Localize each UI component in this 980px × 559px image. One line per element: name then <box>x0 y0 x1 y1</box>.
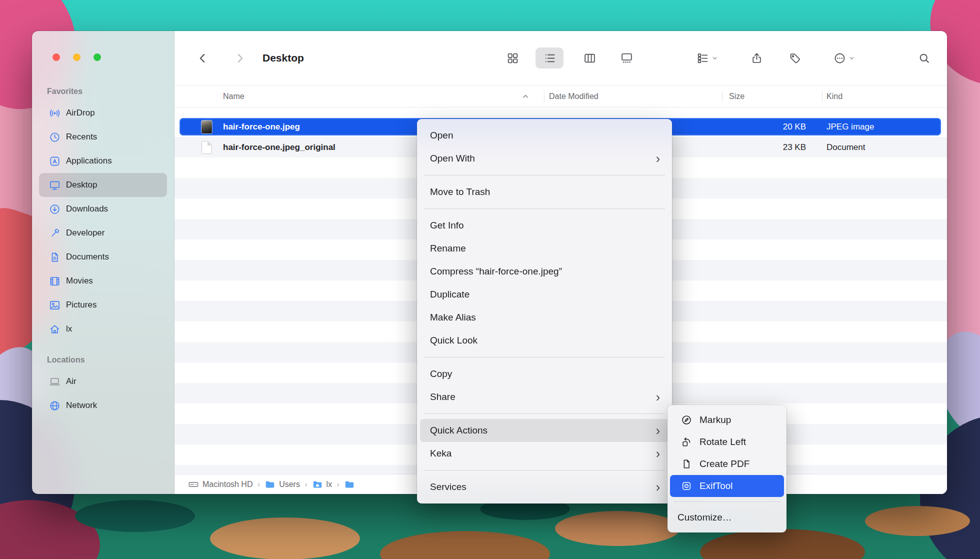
tags-button[interactable] <box>784 48 806 68</box>
file-kind: JPEG image <box>826 122 874 132</box>
menu-item-share[interactable]: Share› <box>420 386 669 408</box>
forward-button[interactable] <box>230 48 250 68</box>
column-view-button[interactable] <box>578 48 600 68</box>
menu-item-keka[interactable]: Keka› <box>420 442 669 465</box>
folder-icon <box>264 479 276 490</box>
window-title: Desktop <box>262 49 304 67</box>
sidebar-item-downloads[interactable]: Downloads <box>39 197 167 221</box>
column-divider[interactable] <box>544 91 544 102</box>
menu-item-quick-actions[interactable]: Quick Actions› <box>420 419 669 442</box>
menu-item-quick-look[interactable]: Quick Look <box>420 329 669 352</box>
submenu-item-customize[interactable]: Customize… <box>670 506 784 528</box>
sidebar-item-label: Network <box>66 400 97 410</box>
markup-icon <box>680 414 693 426</box>
sidebar-item-label: Developer <box>66 228 105 238</box>
home-icon <box>48 323 61 335</box>
column-header-size[interactable]: Size <box>729 86 744 107</box>
share-icon <box>750 52 763 64</box>
sidebar-item-airdrop[interactable]: AirDrop <box>39 101 167 125</box>
search-button[interactable] <box>913 48 935 68</box>
menu-separator <box>424 208 665 209</box>
menu-item-open-with[interactable]: Open With› <box>420 147 669 170</box>
menu-item-duplicate[interactable]: Duplicate <box>420 283 669 306</box>
menu-item-make-alias[interactable]: Make Alias <box>420 306 669 329</box>
zoom-window-button[interactable] <box>94 54 101 61</box>
applications-icon <box>48 155 61 167</box>
path-item-macintosh-hd[interactable]: Macintosh HD <box>188 479 252 490</box>
menu-item-open[interactable]: Open <box>420 124 669 147</box>
sidebar-item-developer[interactable]: Developer <box>39 221 167 245</box>
submenu-chevron-icon: › <box>656 481 663 494</box>
sidebar-item-pictures[interactable]: Pictures <box>39 293 167 317</box>
list-view-button[interactable] <box>536 48 564 68</box>
column-view-icon <box>584 52 596 64</box>
sidebar-item-air[interactable]: Air <box>39 370 167 394</box>
column-header-name[interactable]: Name <box>223 86 244 107</box>
ellipsis-circle-icon <box>834 52 846 64</box>
sidebar-item-documents[interactable]: Documents <box>39 245 167 269</box>
menu-item-get-info[interactable]: Get Info <box>420 214 669 237</box>
sidebar-item-movies[interactable]: Movies <box>39 269 167 293</box>
icon-view-button[interactable] <box>502 48 524 68</box>
menu-separator <box>674 502 780 502</box>
minimize-window-button[interactable] <box>73 54 80 61</box>
sidebar-item-desktop[interactable]: Desktop <box>39 173 167 197</box>
sidebar-item-label: AirDrop <box>66 108 95 118</box>
column-divider[interactable] <box>822 91 822 102</box>
submenu-item-exiftool[interactable]: ExifTool <box>670 475 784 497</box>
sort-ascending-icon <box>522 92 530 100</box>
gallery-view-button[interactable] <box>616 48 638 68</box>
chevron-down-icon <box>712 55 718 62</box>
wallpaper-stone <box>380 531 550 559</box>
menu-item-rename[interactable]: Rename <box>420 237 669 260</box>
sidebar-item-network[interactable]: Network <box>39 394 167 418</box>
sidebar-item-lx[interactable]: lx <box>39 317 167 341</box>
context-menu: Open Open With› Move to Trash Get Info R… <box>417 119 672 504</box>
wallpaper-stone <box>555 511 680 546</box>
gallery-view-icon <box>620 52 633 64</box>
file-name: hair-force-one.jpeg <box>223 122 300 132</box>
group-button[interactable] <box>686 48 728 68</box>
more-actions-button[interactable] <box>823 48 865 68</box>
sidebar-item-label: Movies <box>66 276 93 286</box>
back-button[interactable] <box>192 48 212 68</box>
close-window-button[interactable] <box>52 54 60 61</box>
list-view-icon <box>544 52 556 64</box>
menu-separator <box>424 357 665 358</box>
exiftool-icon <box>680 480 693 492</box>
submenu-item-create-pdf[interactable]: Create PDF <box>670 453 784 475</box>
column-divider[interactable] <box>722 91 722 102</box>
menu-item-compress[interactable]: Compress “hair-force-one.jpeg” <box>420 260 669 283</box>
jpeg-thumbnail-icon <box>202 120 212 134</box>
sidebar-item-label: Recents <box>66 132 97 142</box>
rotate-left-icon <box>680 436 693 448</box>
submenu-item-rotate-left[interactable]: Rotate Left <box>670 431 784 453</box>
submenu-chevron-icon: › <box>656 424 663 437</box>
list-column-headers: Name Date Modified Size Kind <box>174 85 947 108</box>
file-size: 23 KB <box>726 142 806 152</box>
path-chevron-icon: › <box>336 480 340 488</box>
toolbar: Desktop <box>174 31 947 85</box>
hammer-icon <box>48 227 61 239</box>
path-item-lx[interactable]: lx <box>312 479 332 490</box>
menu-item-move-to-trash[interactable]: Move to Trash <box>420 180 669 204</box>
menu-separator <box>424 414 665 414</box>
share-button[interactable] <box>746 48 768 68</box>
globe-icon <box>48 400 61 412</box>
home-folder-icon <box>312 479 323 490</box>
column-header-kind[interactable]: Kind <box>826 86 842 107</box>
path-item-folder[interactable] <box>344 479 358 490</box>
sidebar-item-applications[interactable]: Applications <box>39 149 167 173</box>
submenu-item-markup[interactable]: Markup <box>670 409 784 431</box>
submenu-chevron-icon: › <box>656 152 663 165</box>
file-name: hair-force-one.jpeg_original <box>223 142 336 152</box>
sidebar-item-label: Desktop <box>66 180 97 190</box>
path-item-users[interactable]: Users <box>264 479 300 490</box>
menu-item-copy[interactable]: Copy <box>420 362 669 386</box>
submenu-chevron-icon: › <box>656 391 663 404</box>
desktop-icon <box>48 179 61 191</box>
column-header-date-modified[interactable]: Date Modified <box>549 86 598 107</box>
sidebar-item-recents[interactable]: Recents <box>39 125 167 149</box>
create-pdf-icon <box>680 458 693 470</box>
menu-item-services[interactable]: Services› <box>420 476 669 498</box>
